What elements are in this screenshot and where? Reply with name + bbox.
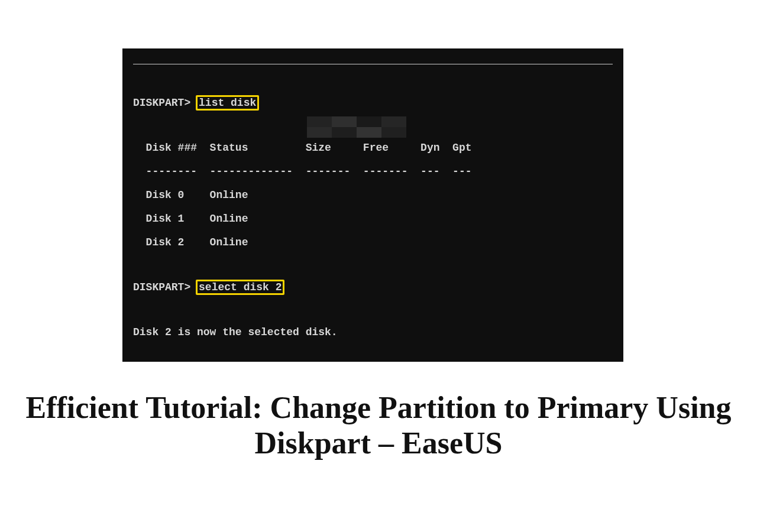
disk-row-1: Disk 1 Online bbox=[133, 213, 613, 225]
prompt: DISKPART> bbox=[133, 281, 190, 293]
cmd-select-disk: select disk 2 bbox=[196, 280, 284, 295]
disk-row-2: Disk 2 Online bbox=[133, 236, 613, 248]
terminal-screenshot: DISKPART> list disk Disk ### Status Size… bbox=[122, 48, 623, 362]
document-page: DISKPART> list disk Disk ### Status Size… bbox=[0, 0, 757, 532]
disk-row-0: Disk 0 Online bbox=[133, 189, 613, 201]
article-title: Efficient Tutorial: Change Partition to … bbox=[0, 390, 757, 461]
prompt: DISKPART> bbox=[133, 97, 190, 109]
terminal-output: DISKPART> list disk Disk ### Status Size… bbox=[133, 61, 613, 362]
cmd-list-disk: list disk bbox=[196, 95, 259, 111]
disk-table-header: Disk ### Status Size Free Dyn Gpt bbox=[133, 142, 613, 154]
disk-table-divider: -------- ------------- ------- ------- -… bbox=[133, 166, 613, 177]
msg-disk-selected: Disk 2 is now the selected disk. bbox=[133, 326, 613, 338]
